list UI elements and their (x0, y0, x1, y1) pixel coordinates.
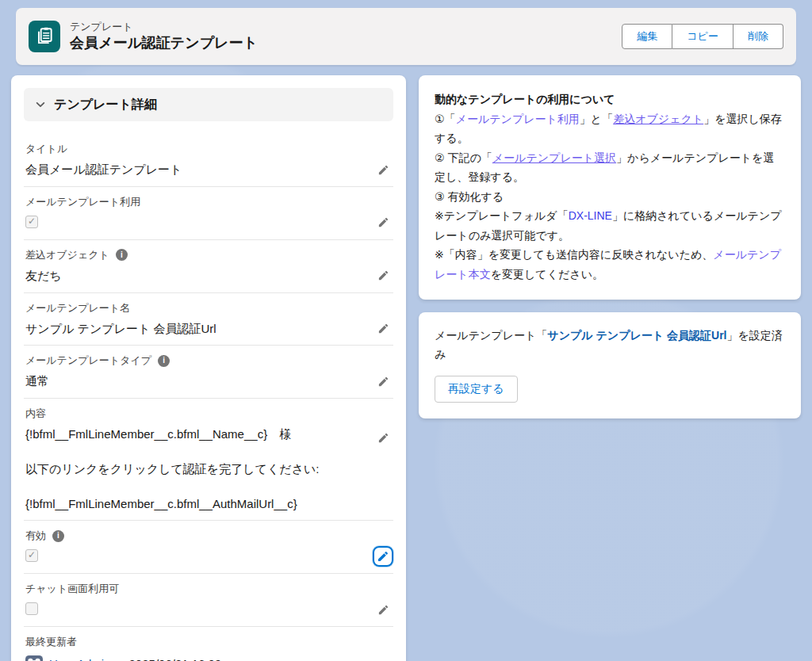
info-note-1: ※テンプレートフォルダ「DX-LINE」に格納されているメールテンプレートのみ選… (435, 206, 785, 245)
info-icon[interactable] (116, 249, 128, 261)
edit-mail-template-type-button[interactable] (373, 371, 393, 392)
chevron-down-icon (35, 99, 46, 110)
section-title: テンプレート詳細 (54, 97, 157, 113)
template-entity-icon (29, 21, 60, 52)
page-header: テンプレート 会員メール認証テンプレート 編集 コピー 削除 (16, 8, 796, 65)
pencil-icon (377, 323, 389, 334)
edit-merge-object-button[interactable] (373, 266, 393, 286)
edit-chat-available-button[interactable] (373, 599, 393, 620)
field-content: 内容 {!bfml__FmlLineMember__c.bfml__Name__… (24, 403, 393, 521)
field-merge-object: 差込オブジェクト 友だち (24, 245, 393, 293)
main-content: テンプレート詳細 タイトル 会員メール認証テンプレート メールテンプレート利用 (0, 65, 812, 661)
edit-mail-template-name-button[interactable] (373, 319, 393, 339)
field-chat-available: チャット画面利用可 (24, 579, 393, 627)
copy-button[interactable]: コピー (672, 24, 733, 49)
header-left: テンプレート 会員メール認証テンプレート (29, 21, 258, 52)
field-mail-template-type: メールテンプレートタイプ 通常 (24, 350, 393, 399)
reset-template-button[interactable]: 再設定する (435, 376, 518, 403)
template-set-card: メールテンプレート「サンプル テンプレート 会員認証Url」を設定済み 再設定す… (419, 312, 801, 418)
field-merge-object-value: 友だち (25, 267, 392, 285)
dx-line-folder-link[interactable]: DX-LINE (569, 209, 612, 222)
edit-title-button[interactable] (373, 159, 393, 180)
field-active-label: 有効 (25, 529, 46, 543)
content-line-3: {!bfml__FmlLineMember__c.bfml__AuthMailU… (25, 495, 360, 513)
set-template-link[interactable]: サンプル テンプレート 会員認証Url (547, 329, 726, 342)
field-content-label: 内容 (25, 407, 46, 421)
info-step-3: ③ 有効化する (435, 187, 785, 207)
info-step-1: ①「メールテンプレート利用」と「差込オブジェクト」を選択し保存する。 (435, 109, 785, 148)
field-last-modified: 最終更新者 User Admin 、2025/06/21 16:09 (24, 632, 393, 661)
section-header-template-detail[interactable]: テンプレート詳細 (24, 88, 393, 121)
field-content-value: {!bfml__FmlLineMember__c.bfml__Name__c} … (25, 426, 392, 512)
pencil-icon (377, 550, 389, 563)
edit-button[interactable]: 編集 (622, 24, 672, 49)
clipboard-stack-icon (34, 26, 55, 47)
user-avatar (25, 655, 43, 661)
field-mail-template-type-label: メールテンプレートタイプ (25, 353, 151, 368)
header-titles: テンプレート 会員メール認証テンプレート (70, 21, 258, 52)
field-mail-template-use: メールテンプレート利用 (24, 192, 393, 240)
edit-active-button[interactable] (373, 546, 393, 567)
header-action-buttons: 編集 コピー 削除 (622, 24, 783, 49)
field-title: タイトル 会員メール認証テンプレート (24, 139, 393, 187)
active-checkbox[interactable] (25, 549, 38, 562)
last-modified-user-link[interactable]: User Admin (49, 657, 111, 661)
field-mail-template-name: メールテンプレート名 サンプル テンプレート 会員認証Url (24, 298, 393, 346)
pencil-icon (377, 432, 389, 444)
field-last-modified-label: 最終更新者 (25, 635, 77, 649)
field-merge-object-label: 差込オブジェクト (25, 248, 109, 262)
field-list: タイトル 会員メール認証テンプレート メールテンプレート利用 (24, 139, 393, 661)
last-modified-datetime: 、2025/06/21 16:09 (117, 657, 222, 661)
field-mail-template-type-value: 通常 (25, 373, 392, 390)
mail-template-select-link[interactable]: メールテンプレート選択 (492, 151, 616, 164)
field-mail-template-use-label: メールテンプレート利用 (25, 195, 140, 209)
merge-object-link[interactable]: 差込オブジェクト (613, 113, 703, 125)
info-icon[interactable] (158, 355, 170, 367)
field-title-label: タイトル (25, 142, 67, 156)
content-line-1: {!bfml__FmlLineMember__c.bfml__Name__c} … (25, 426, 360, 443)
template-set-text: メールテンプレート「サンプル テンプレート 会員認証Url」を設定済み (435, 327, 785, 365)
delete-button[interactable]: 削除 (733, 24, 783, 49)
field-active: 有効 (24, 525, 393, 574)
info-icon[interactable] (52, 530, 64, 542)
info-card-title: 動的なテンプレートの利用について (435, 90, 785, 109)
pencil-icon (377, 164, 389, 176)
pencil-icon (377, 216, 389, 228)
pencil-icon (377, 269, 389, 281)
info-step-2: ② 下記の「メールテンプレート選択」からメールテンプレートを選定し、登録する。 (435, 148, 785, 187)
info-note-2: ※「内容」を変更しても送信内容に反映されないため、メールテンプレート本文を変更し… (435, 245, 785, 284)
chat-available-checkbox[interactable] (25, 602, 38, 615)
edit-mail-template-use-button[interactable] (373, 212, 393, 233)
edit-content-button[interactable] (373, 427, 393, 448)
content-line-2: 以下のリンクをクリックして認証を完了してください: (25, 460, 360, 478)
mail-template-use-checkbox[interactable] (25, 216, 38, 228)
pencil-icon (377, 604, 389, 616)
template-detail-card: テンプレート詳細 タイトル 会員メール認証テンプレート メールテンプレート利用 (11, 75, 406, 661)
mail-template-use-link[interactable]: メールテンプレート利用 (456, 113, 580, 125)
last-modified-value: User Admin 、2025/06/21 16:09 (25, 655, 392, 661)
field-mail-template-name-value: サンプル テンプレート 会員認証Url (25, 320, 392, 338)
field-title-value: 会員メール認証テンプレート (25, 161, 392, 178)
pencil-icon (377, 376, 389, 388)
record-type-label: テンプレート (70, 21, 258, 33)
right-column: 動的なテンプレートの利用について ①「メールテンプレート利用」と「差込オブジェク… (419, 75, 801, 418)
field-mail-template-name-label: メールテンプレート名 (25, 301, 130, 315)
page-title: 会員メール認証テンプレート (70, 34, 258, 52)
dynamic-template-info-card: 動的なテンプレートの利用について ①「メールテンプレート利用」と「差込オブジェク… (419, 75, 801, 300)
field-chat-available-label: チャット画面利用可 (25, 582, 119, 596)
